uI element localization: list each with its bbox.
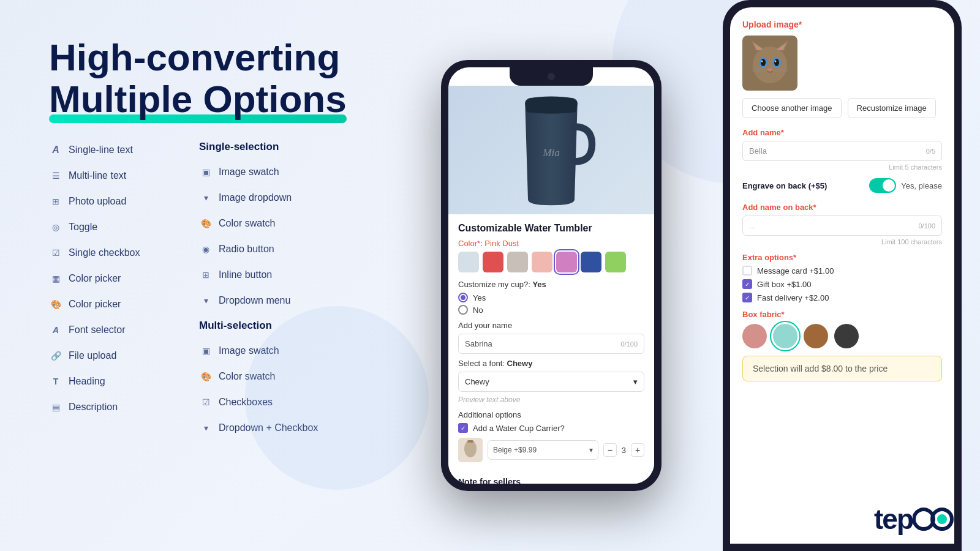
toggle-right: Yes, please [869, 178, 942, 193]
fabric-swatch-brown[interactable] [804, 324, 828, 348]
add-name-back-placeholder: ... [749, 221, 756, 230]
add-name-required: * [781, 128, 784, 137]
add-name-label: Add your name [458, 321, 644, 330]
stepper-plus[interactable]: + [631, 443, 644, 457]
upload-label: Upload image* [742, 20, 942, 29]
carrier-image [458, 438, 483, 462]
fast-delivery-option[interactable]: ✓ Fast delivery +$2.00 [742, 293, 942, 302]
message-card-option[interactable]: Message card +$1.00 [742, 266, 942, 276]
cat-image [742, 36, 797, 91]
multi-line-label: Multi-line text [69, 170, 126, 181]
tumbler-image: Mia [502, 92, 600, 208]
stepper-value: 3 [622, 446, 626, 455]
carrier-checkbox[interactable]: ✓ Add a Water Cup Carrier? [458, 423, 644, 433]
color-swatch-red[interactable] [483, 252, 503, 272]
image-swatch-multi-icon: ▣ [199, 344, 213, 358]
svg-point-2 [464, 440, 477, 457]
svg-point-12 [761, 59, 766, 66]
font-dropdown-icon: ▾ [633, 377, 638, 386]
center-section: Mia Customizable Water Tumbler Color*: P… [380, 0, 723, 551]
additional-options-label: Additional options [458, 410, 644, 419]
photo-upload-icon: ⊞ [49, 195, 62, 208]
phone-screen-center: Mia Customizable Water Tumbler Color*: P… [448, 67, 654, 484]
color-required-star: Color* [458, 239, 480, 248]
font-selector-icon: A [49, 323, 62, 337]
image-dropdown-icon: ▾ [199, 191, 213, 204]
fabric-swatch-dark[interactable] [834, 324, 859, 348]
carrier-dropdown-arrow: ▾ [589, 446, 593, 454]
engrave-toggle-switch[interactable] [869, 178, 896, 193]
fabric-swatch-teal[interactable] [773, 324, 797, 348]
headline: High-converting Multiple Options [49, 37, 349, 120]
note-label: Note for sellers [458, 477, 521, 484]
font-select-dropdown[interactable]: Chewy ▾ [458, 372, 644, 392]
feature-image-dropdown: ▾ Image dropdown [199, 186, 349, 209]
upload-label-text: Upload image [742, 20, 799, 29]
gift-box-option[interactable]: ✓ Gift box +$1.00 [742, 279, 942, 289]
file-upload-icon: 🔗 [49, 349, 62, 362]
add-name-back-char: 0/100 [918, 222, 935, 230]
feature-heading: T Heading [49, 370, 199, 393]
gift-box-label: Gift box +$1.00 [757, 280, 812, 289]
svg-point-14 [761, 61, 763, 62]
dropdown-menu-icon: ▾ [199, 294, 213, 307]
add-name-right-text: Add name [742, 128, 781, 137]
image-buttons: Choose another image Recustomize image [742, 98, 942, 118]
feature-date-picker: ▦ Color picker [49, 267, 199, 290]
toggle-icon: ◎ [49, 220, 62, 234]
box-fabric-section: Box fabric* [742, 310, 942, 348]
svg-point-23 [937, 514, 947, 524]
color-swatch-multi-icon: 🎨 [199, 370, 213, 383]
description-icon: ▤ [49, 400, 62, 414]
feature-photo-upload: ⊞ Photo upload [49, 190, 199, 213]
description-label: Description [69, 402, 118, 413]
color-swatch-navy[interactable] [581, 252, 601, 272]
svg-point-15 [775, 61, 777, 62]
carrier-checkbox-box: ✓ [458, 423, 468, 433]
svg-point-13 [774, 59, 779, 66]
color-swatch-purple[interactable] [556, 252, 577, 272]
right-section: Upload image* [723, 0, 980, 551]
logo-text: tep [874, 503, 913, 536]
radio-yes-label: Yes [473, 293, 486, 302]
color-swatch-gray[interactable] [458, 252, 479, 272]
feature-col-1: A Single-line text ☰ Multi-line text ⊞ P… [49, 138, 199, 440]
single-line-icon: A [49, 143, 62, 157]
choose-image-button[interactable]: Choose another image [742, 98, 842, 118]
radio-button-label: Radio button [219, 244, 274, 255]
name-input-field[interactable]: Sabrina 0/100 [458, 334, 644, 354]
fast-delivery-checkbox: ✓ [742, 293, 752, 302]
checkboxes-icon: ☑ [199, 395, 213, 409]
radio-no[interactable]: No [458, 305, 644, 315]
color-swatch-pink[interactable] [532, 252, 552, 272]
add-name-back-input[interactable]: ... 0/100 [742, 216, 942, 236]
font-select-area: Select a font: Chewy Chewy ▾ Preview tex… [458, 359, 644, 404]
color-swatches[interactable] [458, 252, 644, 272]
radio-group: Yes No [458, 293, 644, 315]
color-value: Pink Dust [484, 239, 519, 248]
extra-options-required: * [793, 253, 796, 262]
name-input-right[interactable]: Bella 0/5 [742, 141, 942, 161]
radio-dot-yes [458, 293, 468, 302]
color-swatch-beige[interactable] [507, 252, 528, 272]
image-swatch-single-label: Image swatch [219, 167, 279, 178]
product-details: Customizable Water Tumbler Color*: Pink … [448, 214, 654, 477]
carrier-thumb [458, 438, 483, 462]
radio-dot-no [458, 305, 468, 315]
engrave-toggle-section: Engrave on back (+$5) Yes, please [742, 178, 942, 193]
quantity-stepper[interactable]: − 3 + [603, 443, 644, 457]
add-name-back-text: Add name on back [742, 203, 813, 212]
color-swatch-green[interactable] [605, 252, 626, 272]
logo-circles [913, 504, 956, 534]
stepper-minus[interactable]: − [603, 443, 617, 457]
feature-color-swatch-single: 🎨 Color swatch [199, 212, 349, 235]
fabric-swatch-rose[interactable] [742, 324, 767, 348]
add-name-back-label: Add name on back* [742, 203, 942, 212]
phone-frame-center: Mia Customizable Water Tumbler Color*: P… [441, 60, 662, 491]
additional-options: Additional options ✓ Add a Water Cup Car… [458, 410, 644, 462]
recustomize-button[interactable]: Recustomize image [848, 98, 936, 118]
carrier-dropdown-select[interactable]: Beige +$9.99 ▾ [488, 440, 598, 460]
svg-point-5 [753, 47, 787, 83]
name-input-value: Sabrina [465, 339, 492, 348]
radio-yes[interactable]: Yes [458, 293, 644, 302]
